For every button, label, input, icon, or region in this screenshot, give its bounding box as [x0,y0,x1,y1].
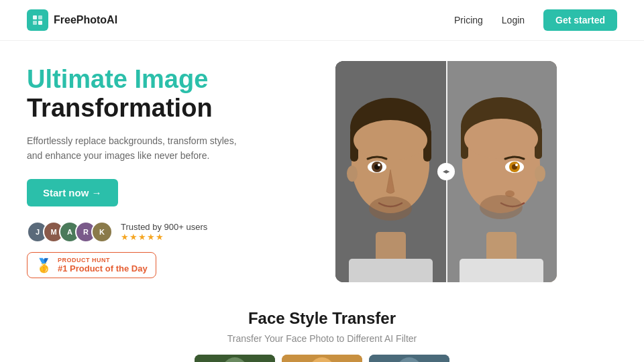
hero-section: Ultimate Image Transformation Effortless… [0,41,644,296]
preview-card-2[interactable] [282,355,362,362]
svg-point-29 [515,164,518,166]
preview-card-1[interactable] [195,355,275,362]
hero-title-dark: Transformation [27,94,309,123]
start-now-button[interactable]: Start now → [27,179,118,206]
nav-links: Pricing Login Get started [454,9,617,31]
hero-title: Ultimate Image Transformation [27,65,309,123]
logo[interactable]: FreePhotoAI [27,9,117,31]
image-right [446,61,557,282]
feature-subtitle: Transfer Your Face Photo to Different AI… [27,333,617,344]
svg-rect-20 [460,259,543,282]
preview-card-3[interactable] [369,355,449,362]
split-handle[interactable] [437,163,455,180]
ph-value: #1 Product of the Day [58,263,148,274]
medal-icon: 🥇 [36,257,52,274]
svg-point-11 [354,120,427,160]
trust-section: J M A R K Trusted by 900+ users ★★★★★ [27,221,309,243]
svg-point-16 [369,196,412,221]
get-started-button[interactable]: Get started [543,9,617,31]
preview-cards [27,355,617,362]
hero-subtitle: Effortlessly replace backgrounds, transf… [27,134,241,163]
nav-login[interactable]: Login [502,15,525,25]
ph-text: PRODUCT HUNT #1 Product of the Day [58,257,148,274]
svg-point-15 [378,164,380,166]
avatar-group: J M A R K [27,221,113,243]
star-rating: ★★★★★ [121,232,207,242]
ph-label: PRODUCT HUNT [58,257,148,263]
svg-rect-3 [38,21,42,25]
svg-point-17 [347,166,358,182]
feature-title: Face Style Transfer [27,309,617,328]
svg-rect-6 [349,259,433,282]
svg-rect-2 [33,21,37,25]
svg-rect-0 [33,15,37,19]
trusted-by-text: Trusted by 900+ users [121,222,207,232]
logo-icon [27,9,48,31]
image-left [335,61,446,282]
product-hunt-badge: 🥇 PRODUCT HUNT #1 Product of the Day [27,252,156,278]
trust-info: Trusted by 900+ users ★★★★★ [121,222,207,242]
svg-point-25 [464,119,538,159]
bottom-section: Face Style Transfer Transfer Your Face P… [0,296,644,362]
svg-point-31 [480,195,523,219]
brand-name: FreePhotoAI [54,14,117,26]
hero-left: Ultimate Image Transformation Effortless… [27,65,309,279]
hero-image [335,61,557,282]
hero-title-highlight: Ultimate Image [27,65,309,95]
svg-rect-1 [38,15,42,19]
svg-point-32 [535,166,545,182]
nav-pricing[interactable]: Pricing [454,15,483,25]
navbar: FreePhotoAI Pricing Login Get started [0,0,644,41]
split-image [335,61,557,282]
avatar: K [91,221,113,243]
